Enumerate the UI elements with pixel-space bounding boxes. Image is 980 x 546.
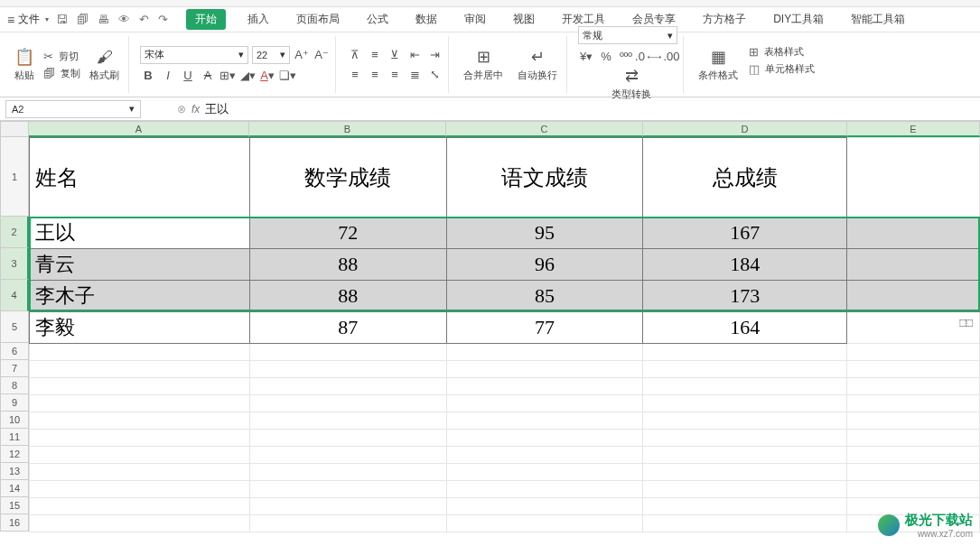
align-right-icon[interactable]: ≡ xyxy=(387,67,403,83)
cell-c11[interactable] xyxy=(446,430,643,447)
save-icon[interactable]: 🖫 xyxy=(56,13,68,26)
cell-c4[interactable]: 85 xyxy=(446,281,643,312)
col-header-b[interactable]: B xyxy=(249,121,446,137)
decrease-font-icon[interactable]: A⁻ xyxy=(313,47,330,63)
cell-e4[interactable] xyxy=(847,281,980,312)
tab-insert[interactable]: 插入 xyxy=(242,8,275,31)
cell-b13[interactable] xyxy=(249,464,446,481)
cell-a3[interactable]: 青云 xyxy=(30,249,250,281)
type-convert-button[interactable]: ⇄类型转换 xyxy=(608,64,655,103)
align-top-icon[interactable]: ⊼ xyxy=(347,47,363,63)
tab-data[interactable]: 数据 xyxy=(410,8,443,31)
cell-d5[interactable]: 164 xyxy=(643,312,847,344)
cell-d7[interactable] xyxy=(643,361,847,378)
cell-c13[interactable] xyxy=(446,464,643,481)
cell-c9[interactable] xyxy=(446,395,643,412)
row-header-5[interactable]: 5 xyxy=(0,311,29,343)
cell-a12[interactable] xyxy=(30,447,250,464)
col-header-a[interactable]: A xyxy=(29,121,249,137)
cell-grid[interactable]: 姓名 数学成绩 语文成绩 总成绩 王以 72 95 167 青云 88 96 1… xyxy=(29,137,980,532)
cell-d8[interactable] xyxy=(643,378,847,395)
formula-input[interactable]: 王以 xyxy=(205,101,229,117)
cell-d13[interactable] xyxy=(643,464,847,481)
cell-c6[interactable] xyxy=(446,344,643,361)
cell-c16[interactable] xyxy=(446,515,643,532)
cell-b16[interactable] xyxy=(249,515,446,532)
row-header-13[interactable]: 13 xyxy=(0,463,29,480)
cell-c15[interactable] xyxy=(446,498,643,515)
increase-font-icon[interactable]: A⁺ xyxy=(294,47,310,63)
row-header-6[interactable]: 6 xyxy=(0,343,29,360)
row-header-10[interactable]: 10 xyxy=(0,412,29,429)
table-style-button[interactable]: ⊞表格样式 xyxy=(749,45,815,59)
tab-page-layout[interactable]: 页面布局 xyxy=(291,8,345,31)
underline-icon[interactable]: U xyxy=(180,68,196,84)
cell-c3[interactable]: 96 xyxy=(446,249,643,281)
tab-view[interactable]: 视图 xyxy=(508,8,540,31)
cell-c5[interactable]: 77 xyxy=(446,312,643,344)
cell-a9[interactable] xyxy=(30,395,250,412)
cell-e7[interactable] xyxy=(847,361,980,378)
cell-a8[interactable] xyxy=(30,378,250,395)
tab-review[interactable]: 审阅 xyxy=(459,8,491,31)
row-header-4[interactable]: 4 xyxy=(0,280,29,311)
align-middle-icon[interactable]: ≡ xyxy=(367,47,383,63)
cell-a13[interactable] xyxy=(30,464,250,481)
auto-wrap-button[interactable]: ↵自动换行 xyxy=(514,45,561,84)
cell-b6[interactable] xyxy=(249,344,446,361)
cell-d1[interactable]: 总成绩 xyxy=(643,138,847,217)
fill-color-icon[interactable]: ◢▾ xyxy=(239,68,256,84)
cell-b11[interactable] xyxy=(249,430,446,447)
cell-e10[interactable] xyxy=(847,412,980,430)
cell-c1[interactable]: 语文成绩 xyxy=(446,138,643,217)
border-icon[interactable]: ⊞▾ xyxy=(219,68,236,84)
cell-d11[interactable] xyxy=(643,430,847,447)
cell-a16[interactable] xyxy=(30,515,250,532)
increase-decimal-icon[interactable]: →.00 xyxy=(658,48,674,64)
cell-a5[interactable]: 李毅 xyxy=(30,312,250,344)
preview-icon[interactable]: 👁 xyxy=(118,13,130,26)
file-menu[interactable]: 文件 xyxy=(18,12,40,27)
cell-e9[interactable] xyxy=(847,395,980,412)
indent-increase-icon[interactable]: ⇥ xyxy=(426,47,443,63)
save-as-icon[interactable]: 🗐 xyxy=(77,13,89,26)
cell-e13[interactable] xyxy=(847,464,980,481)
italic-icon[interactable]: I xyxy=(160,68,176,84)
row-header-16[interactable]: 16 xyxy=(0,514,29,532)
cell-c10[interactable] xyxy=(446,412,643,430)
strikethrough-icon[interactable]: A xyxy=(200,68,216,84)
indent-decrease-icon[interactable]: ⇤ xyxy=(406,47,423,63)
cell-d10[interactable] xyxy=(643,412,847,430)
cell-a6[interactable] xyxy=(30,344,250,361)
row-header-15[interactable]: 15 xyxy=(0,497,29,514)
cell-b12[interactable] xyxy=(249,447,446,464)
cell-a4[interactable]: 李木子 xyxy=(30,281,250,312)
cell-c14[interactable] xyxy=(446,481,643,498)
cell-d15[interactable] xyxy=(643,498,847,515)
align-center-icon[interactable]: ≡ xyxy=(367,67,383,83)
cell-a1[interactable]: 姓名 xyxy=(30,138,250,217)
cell-a11[interactable] xyxy=(30,430,250,447)
cell-d4[interactable]: 173 xyxy=(643,281,847,312)
cell-d9[interactable] xyxy=(643,395,847,412)
percent-icon[interactable]: % xyxy=(598,48,614,64)
row-header-3[interactable]: 3 xyxy=(0,248,29,280)
print-icon[interactable]: 🖶 xyxy=(98,13,109,26)
font-color-icon[interactable]: A▾ xyxy=(259,68,275,84)
cell-a7[interactable] xyxy=(30,361,250,378)
cell-e2[interactable] xyxy=(847,217,980,249)
cut-button[interactable]: ✂剪切 xyxy=(43,50,80,63)
font-size-select[interactable]: 22▾ xyxy=(252,46,290,64)
currency-icon[interactable]: ¥▾ xyxy=(578,48,594,64)
cell-a14[interactable] xyxy=(30,481,250,498)
col-header-d[interactable]: D xyxy=(643,121,847,137)
cell-e12[interactable] xyxy=(847,447,980,464)
cell-style-button[interactable]: ◫单元格样式 xyxy=(749,62,815,76)
number-format-select[interactable]: 常规▾ xyxy=(578,26,677,44)
select-all-corner[interactable] xyxy=(0,121,29,137)
bold-icon[interactable]: B xyxy=(140,68,156,84)
highlight-icon[interactable]: ❏▾ xyxy=(279,68,295,84)
cell-e8[interactable] xyxy=(847,378,980,395)
cell-b9[interactable] xyxy=(249,395,446,412)
redo-icon[interactable]: ↷ xyxy=(158,13,168,26)
